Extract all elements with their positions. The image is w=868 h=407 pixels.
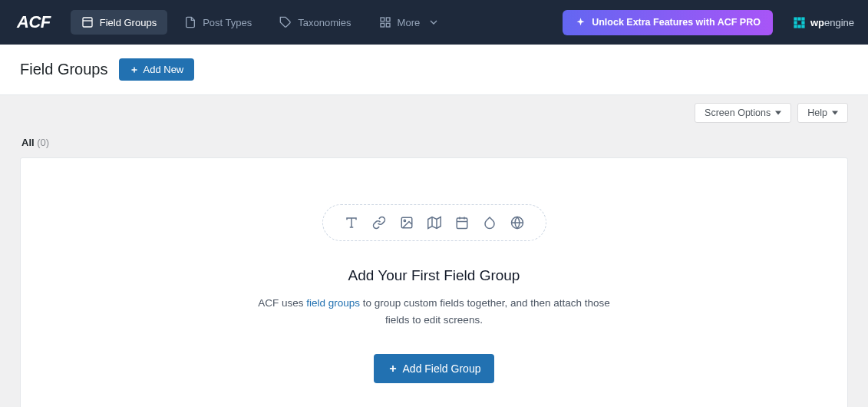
field-type-icons (322, 204, 546, 241)
svg-rect-9 (801, 17, 804, 20)
field-groups-link[interactable]: field groups (306, 297, 360, 309)
nav-post-types[interactable]: Post Types (173, 10, 262, 35)
svg-rect-3 (381, 18, 384, 22)
layout-icon (81, 16, 94, 28)
empty-state-panel: Add Your First Field Group ACF uses fiel… (20, 157, 848, 407)
svg-rect-5 (386, 23, 390, 27)
chevron-down-icon (427, 16, 440, 28)
triangle-down-icon (832, 110, 838, 116)
empty-description: ACF uses field groups to group custom fi… (250, 295, 619, 328)
svg-marker-23 (427, 217, 441, 229)
svg-rect-12 (794, 25, 797, 28)
filter-count: (0) (37, 137, 49, 148)
nav-label: Taxonomies (298, 17, 351, 28)
svg-rect-26 (457, 218, 467, 229)
meta-tabs: Screen Options Help (0, 95, 868, 123)
image-icon (400, 216, 414, 230)
svg-rect-13 (797, 25, 800, 28)
link-icon (372, 216, 386, 230)
wpengine-icon (793, 16, 806, 29)
grid-icon (379, 16, 391, 28)
plus-icon (130, 65, 139, 74)
wpengine-logo[interactable]: wpengine (793, 16, 854, 29)
acf-logo: ACF (17, 12, 51, 32)
pro-label: Unlock Extra Features with ACF PRO (592, 17, 761, 28)
svg-rect-10 (794, 21, 797, 24)
svg-marker-17 (775, 111, 781, 115)
top-nav: ACF Field Groups Post Types Taxonomies M… (0, 0, 868, 45)
document-icon (184, 16, 196, 28)
filter-row: All (0) (0, 123, 868, 157)
nav-more[interactable]: More (368, 10, 451, 35)
nav-label: More (398, 17, 421, 28)
calendar-icon (455, 216, 469, 230)
globe-icon (510, 216, 524, 230)
unlock-pro-button[interactable]: Unlock Extra Features with ACF PRO (563, 10, 773, 35)
nav-taxonomies[interactable]: Taxonomies (269, 10, 361, 35)
screen-options-tab[interactable]: Screen Options (695, 103, 791, 123)
filter-all[interactable]: All (21, 137, 35, 148)
plus-icon (388, 363, 398, 374)
svg-marker-18 (832, 111, 838, 115)
nav-label: Field Groups (100, 17, 157, 28)
text-icon (345, 216, 358, 230)
droplet-icon (483, 216, 497, 230)
svg-rect-6 (381, 23, 384, 27)
button-label: Add New (144, 64, 184, 75)
svg-rect-0 (83, 18, 92, 27)
tag-icon (279, 16, 292, 28)
map-icon (427, 216, 441, 230)
tab-label: Help (807, 108, 827, 118)
button-label: Add Field Group (403, 362, 481, 375)
add-field-group-button[interactable]: Add Field Group (374, 354, 495, 383)
svg-rect-7 (794, 17, 797, 20)
help-tab[interactable]: Help (797, 103, 848, 123)
page-header: Field Groups Add New (0, 45, 868, 95)
nav-label: Post Types (203, 17, 252, 28)
nav-field-groups[interactable]: Field Groups (71, 10, 167, 35)
add-new-button[interactable]: Add New (119, 58, 195, 81)
svg-rect-4 (386, 18, 390, 22)
triangle-down-icon (775, 110, 781, 116)
svg-rect-11 (801, 21, 804, 24)
empty-title: Add Your First Field Group (51, 267, 817, 284)
page-title: Field Groups (20, 61, 108, 78)
svg-rect-8 (797, 17, 800, 20)
svg-point-22 (404, 220, 405, 221)
tab-label: Screen Options (705, 108, 771, 118)
svg-rect-14 (801, 25, 804, 28)
sparkle-icon (575, 17, 586, 28)
